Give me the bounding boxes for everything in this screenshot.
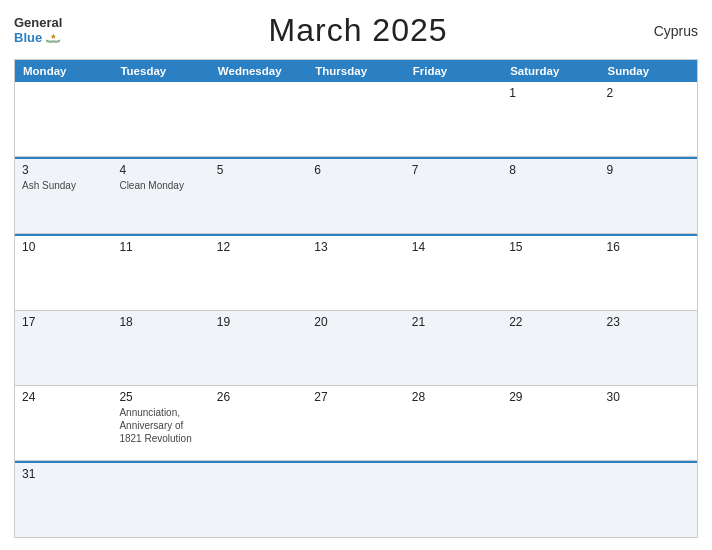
logo-flag-icon: [44, 32, 62, 44]
calendar-row-2: 3Ash Sunday4Clean Monday56789: [15, 157, 697, 234]
cell-r6-c3: [210, 463, 307, 537]
cell-r2-c3: 5: [210, 159, 307, 233]
cell-r5-c4: 27: [307, 386, 404, 460]
calendar-row-4: 17181920212223: [15, 311, 697, 386]
cell-r4-c6: 22: [502, 311, 599, 385]
cell-r5-c1: 24: [15, 386, 112, 460]
cell-r4-c2: 18: [112, 311, 209, 385]
cell-r3-c4: 13: [307, 236, 404, 310]
cell-r2-c5: 7: [405, 159, 502, 233]
cell-date-number: 30: [607, 390, 690, 404]
logo-blue-text: Blue: [14, 31, 62, 45]
cell-r4-c4: 20: [307, 311, 404, 385]
cell-date-number: 10: [22, 240, 105, 254]
header-sunday: Sunday: [600, 60, 697, 82]
cell-date-number: 28: [412, 390, 495, 404]
cell-date-number: 3: [22, 163, 105, 177]
cell-r1-c3: [210, 82, 307, 156]
cell-date-number: 1: [509, 86, 592, 100]
cell-event-text: Annunciation, Anniversary of 1821 Revolu…: [119, 406, 202, 445]
cell-r1-c6: 1: [502, 82, 599, 156]
month-title: March 2025: [269, 12, 448, 49]
cell-date-number: 26: [217, 390, 300, 404]
cell-r3-c5: 14: [405, 236, 502, 310]
page: General Blue March 2025 Cyprus Monday Tu…: [0, 0, 712, 550]
cell-date-number: 4: [119, 163, 202, 177]
calendar-row-1: 12: [15, 82, 697, 157]
cell-date-number: 25: [119, 390, 202, 404]
cell-r2-c7: 9: [600, 159, 697, 233]
cell-date-number: 31: [22, 467, 105, 481]
country-label: Cyprus: [654, 23, 698, 39]
cell-r4-c3: 19: [210, 311, 307, 385]
cell-r2-c2: 4Clean Monday: [112, 159, 209, 233]
calendar: Monday Tuesday Wednesday Thursday Friday…: [14, 59, 698, 538]
cell-r1-c1: [15, 82, 112, 156]
logo: General Blue: [14, 16, 62, 45]
header-tuesday: Tuesday: [112, 60, 209, 82]
header-thursday: Thursday: [307, 60, 404, 82]
calendar-row-3: 10111213141516: [15, 234, 697, 311]
cell-date-number: 19: [217, 315, 300, 329]
cell-r4-c1: 17: [15, 311, 112, 385]
header-monday: Monday: [15, 60, 112, 82]
header-wednesday: Wednesday: [210, 60, 307, 82]
cell-date-number: 5: [217, 163, 300, 177]
cell-date-number: 8: [509, 163, 592, 177]
cell-r3-c6: 15: [502, 236, 599, 310]
cell-date-number: 12: [217, 240, 300, 254]
cell-r6-c6: [502, 463, 599, 537]
cell-date-number: 20: [314, 315, 397, 329]
cell-date-number: 17: [22, 315, 105, 329]
cell-r5-c7: 30: [600, 386, 697, 460]
cell-date-number: 21: [412, 315, 495, 329]
cell-date-number: 14: [412, 240, 495, 254]
cell-r1-c7: 2: [600, 82, 697, 156]
cell-date-number: 11: [119, 240, 202, 254]
calendar-row-5: 2425Annunciation, Anniversary of 1821 Re…: [15, 386, 697, 461]
cell-event-text: Clean Monday: [119, 179, 202, 192]
cell-r5-c6: 29: [502, 386, 599, 460]
cell-r1-c4: [307, 82, 404, 156]
cell-r4-c5: 21: [405, 311, 502, 385]
cell-r2-c6: 8: [502, 159, 599, 233]
cell-date-number: 2: [607, 86, 690, 100]
calendar-body: 123Ash Sunday4Clean Monday56789101112131…: [15, 82, 697, 537]
cell-r3-c3: 12: [210, 236, 307, 310]
cell-date-number: 27: [314, 390, 397, 404]
cell-date-number: 24: [22, 390, 105, 404]
cell-date-number: 9: [607, 163, 690, 177]
header-saturday: Saturday: [502, 60, 599, 82]
cell-r3-c2: 11: [112, 236, 209, 310]
cell-r3-c1: 10: [15, 236, 112, 310]
cell-r1-c5: [405, 82, 502, 156]
cell-date-number: 23: [607, 315, 690, 329]
cell-event-text: Ash Sunday: [22, 179, 105, 192]
logo-general-text: General: [14, 16, 62, 30]
header: General Blue March 2025 Cyprus: [14, 12, 698, 49]
cell-r5-c2: 25Annunciation, Anniversary of 1821 Revo…: [112, 386, 209, 460]
calendar-row-6: 31: [15, 461, 697, 537]
cell-date-number: 7: [412, 163, 495, 177]
header-friday: Friday: [405, 60, 502, 82]
cell-date-number: 29: [509, 390, 592, 404]
cell-r1-c2: [112, 82, 209, 156]
cell-r3-c7: 16: [600, 236, 697, 310]
cell-r6-c7: [600, 463, 697, 537]
cell-date-number: 15: [509, 240, 592, 254]
cell-r6-c4: [307, 463, 404, 537]
cell-r4-c7: 23: [600, 311, 697, 385]
cell-r6-c1: 31: [15, 463, 112, 537]
cell-r5-c5: 28: [405, 386, 502, 460]
cell-r6-c2: [112, 463, 209, 537]
cell-date-number: 22: [509, 315, 592, 329]
calendar-header: Monday Tuesday Wednesday Thursday Friday…: [15, 60, 697, 82]
cell-date-number: 6: [314, 163, 397, 177]
cell-date-number: 18: [119, 315, 202, 329]
cell-date-number: 13: [314, 240, 397, 254]
cell-date-number: 16: [607, 240, 690, 254]
cell-r5-c3: 26: [210, 386, 307, 460]
cell-r2-c4: 6: [307, 159, 404, 233]
cell-r6-c5: [405, 463, 502, 537]
cell-r2-c1: 3Ash Sunday: [15, 159, 112, 233]
